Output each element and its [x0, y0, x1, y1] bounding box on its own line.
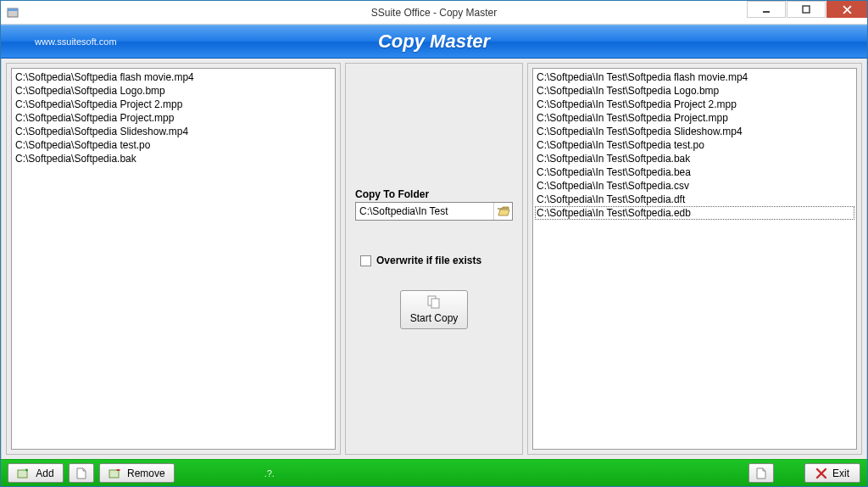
folder-open-icon — [497, 205, 510, 217]
window-title: SSuite Office - Copy Master — [371, 7, 498, 19]
svg-rect-3 — [803, 6, 810, 13]
destination-listbox[interactable]: C:\Softpedia\In Test\Softpedia flash mov… — [532, 68, 857, 450]
titlebar-controls — [747, 1, 867, 24]
remove-label: Remove — [127, 467, 165, 479]
document-icon — [76, 467, 86, 479]
list-item[interactable]: C:\Softpedia\In Test\Softpedia Slideshow… — [535, 125, 854, 138]
svg-rect-2 — [763, 11, 770, 13]
header-url: www.ssuitesoft.com — [35, 36, 117, 47]
source-panel: C:\Softpedia\Softpedia flash movie.mp4C:… — [6, 63, 341, 455]
source-listbox[interactable]: C:\Softpedia\Softpedia flash movie.mp4C:… — [11, 68, 336, 450]
list-item[interactable]: C:\Softpedia\In Test\Softpedia Project.m… — [535, 111, 854, 125]
list-item[interactable]: C:\Softpedia\In Test\Softpedia.bea — [535, 165, 854, 179]
list-item[interactable]: C:\Softpedia\In Test\Softpedia.bak — [535, 152, 854, 165]
minimize-icon — [762, 5, 771, 14]
destination-panel: C:\Softpedia\In Test\Softpedia flash mov… — [527, 63, 862, 455]
list-item[interactable]: C:\Softpedia\Softpedia Project.mpp — [14, 111, 333, 125]
copy-to-row — [355, 202, 513, 221]
overwrite-label: Overwrite if file exists — [376, 255, 481, 266]
list-item[interactable]: C:\Softpedia\Softpedia Logo.bmp — [14, 84, 333, 98]
center-spacer-bottom — [350, 333, 518, 450]
start-copy-button[interactable]: Start Copy — [400, 290, 468, 329]
remove-button[interactable]: Remove — [99, 463, 175, 483]
overwrite-row[interactable]: Overwrite if file exists — [355, 255, 513, 266]
list-item[interactable]: C:\Softpedia\Softpedia test.po — [14, 138, 333, 152]
titlebar-left — [1, 6, 19, 20]
list-item[interactable]: C:\Softpedia\In Test\Softpedia Logo.bmp — [535, 84, 854, 98]
add-icon — [17, 467, 31, 479]
center-spacer-top — [350, 68, 518, 185]
list-item[interactable]: C:\Softpedia\In Test\Softpedia.edb — [535, 206, 854, 220]
add-label: Add — [36, 467, 53, 479]
list-item[interactable]: C:\Softpedia\In Test\Softpedia Project 2… — [535, 98, 854, 111]
browse-button[interactable] — [493, 203, 512, 220]
list-item[interactable]: C:\Softpedia\In Test\Softpedia.csv — [535, 179, 854, 193]
maximize-button[interactable] — [787, 1, 826, 18]
close-icon — [843, 5, 852, 14]
start-copy-label: Start Copy — [410, 312, 459, 324]
svg-rect-6 — [18, 470, 27, 478]
new-button[interactable] — [69, 463, 94, 483]
content-area: C:\Softpedia\Softpedia flash movie.mp4C:… — [1, 59, 867, 459]
copy-to-label: Copy To Folder — [355, 188, 513, 200]
copy-to-input[interactable] — [356, 203, 493, 220]
footer-hint: .?. — [264, 468, 275, 479]
exit-button[interactable]: Exit — [804, 463, 860, 483]
maximize-icon — [802, 5, 810, 14]
overwrite-checkbox[interactable] — [360, 255, 371, 266]
new-button-right[interactable] — [748, 463, 774, 483]
copy-icon — [426, 295, 442, 309]
footer-bar: Add Remove .?. Exit — [1, 459, 867, 486]
list-item[interactable]: C:\Softpedia\Softpedia flash movie.mp4 — [14, 70, 333, 84]
svg-rect-7 — [109, 470, 119, 478]
header-bar: www.ssuitesoft.com Copy Master — [1, 25, 867, 59]
center-content: Copy To Folder Overwrite if file exists — [350, 185, 518, 333]
list-item[interactable]: C:\Softpedia\Softpedia Project 2.mpp — [14, 98, 333, 111]
list-item[interactable]: C:\Softpedia\In Test\Softpedia test.po — [535, 138, 854, 152]
header-title: Copy Master — [378, 31, 490, 53]
document-icon — [756, 467, 766, 479]
add-button[interactable]: Add — [8, 463, 64, 483]
close-button[interactable] — [826, 1, 867, 18]
list-item[interactable]: C:\Softpedia\Softpedia Slideshow.mp4 — [14, 125, 333, 138]
exit-icon — [815, 467, 827, 479]
list-item[interactable]: C:\Softpedia\In Test\Softpedia flash mov… — [535, 70, 854, 84]
app-icon — [6, 6, 19, 20]
svg-rect-5 — [431, 299, 439, 308]
center-panel: Copy To Folder Overwrite if file exists — [345, 63, 523, 455]
titlebar: SSuite Office - Copy Master — [1, 1, 867, 25]
list-item[interactable]: C:\Softpedia\Softpedia.bak — [14, 152, 333, 165]
svg-rect-1 — [8, 8, 18, 11]
list-item[interactable]: C:\Softpedia\In Test\Softpedia.dft — [535, 193, 854, 206]
remove-icon — [108, 467, 122, 479]
minimize-button[interactable] — [747, 1, 786, 18]
exit-label: Exit — [832, 467, 849, 479]
app-window: SSuite Office - Copy Master www.ssuiteso… — [0, 0, 868, 487]
